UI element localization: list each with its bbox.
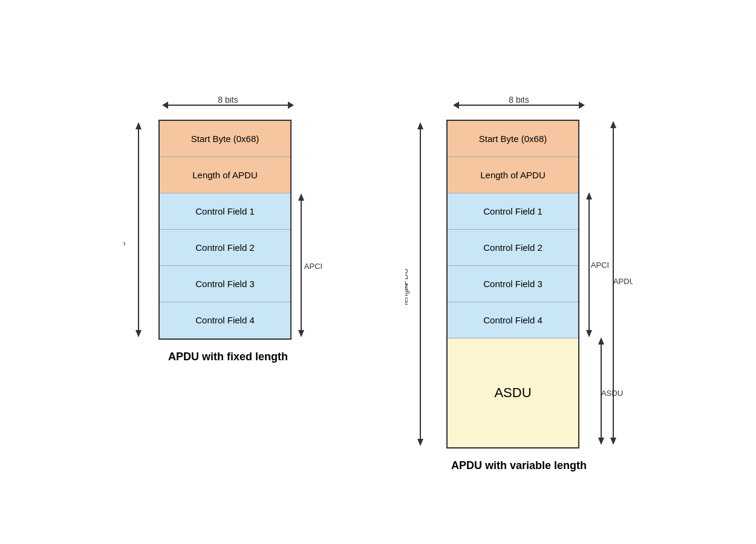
right-apdu-length-annot: APDU length: [405, 120, 442, 448]
left-apdu-length-annot: APDU length: [123, 120, 154, 340]
svg-text:APCI: APCI: [304, 262, 322, 271]
left-diagram: 8 bits APDU length Start Byte: [123, 97, 333, 363]
left-field-cf1: Control Field 1: [160, 193, 290, 230]
svg-text:8 bits: 8 bits: [509, 97, 529, 105]
left-fields-box: Start Byte (0x68) Length of APDU Control…: [158, 120, 292, 340]
svg-text:8 bits: 8 bits: [218, 97, 238, 105]
left-field-start-byte: Start Byte (0x68): [160, 121, 290, 157]
right-field-cf1: Control Field 1: [448, 193, 578, 230]
left-apci-annot: APCI: [296, 120, 333, 340]
left-field-cf4: Control Field 4: [160, 302, 290, 338]
svg-text:APCI: APCI: [591, 261, 609, 270]
svg-marker-32: [598, 438, 604, 445]
right-right-annots: APCI APDU ASDU: [584, 120, 633, 448]
svg-marker-2: [288, 102, 294, 109]
right-diagram: 8 bits APDU length Start Byte (0x68) Len…: [405, 97, 633, 472]
right-field-cf3: Control Field 3: [448, 266, 578, 302]
right-caption: APDU with variable length: [451, 459, 587, 472]
svg-text:length: length: [123, 235, 125, 256]
left-caption: APDU with fixed length: [168, 351, 288, 363]
svg-text:ASDU: ASDU: [601, 389, 623, 398]
right-field-cf2: Control Field 2: [448, 230, 578, 266]
svg-marker-15: [579, 102, 585, 109]
left-field-cf2: Control Field 2: [160, 230, 290, 266]
left-field-length-apdu: Length of APDU: [160, 157, 290, 193]
svg-text:length: length: [405, 283, 409, 305]
svg-marker-19: [417, 439, 423, 446]
svg-marker-11: [298, 330, 304, 337]
right-fields-box: Start Byte (0x68) Length of APDU Control…: [446, 120, 579, 448]
svg-marker-28: [610, 438, 616, 445]
right-field-length-apdu: Length of APDU: [448, 157, 578, 193]
right-field-asdu: ASDU: [448, 338, 578, 447]
right-fields-wrapper: APDU length Start Byte (0x68) Length of …: [405, 120, 633, 448]
svg-marker-6: [135, 330, 142, 337]
right-field-start-byte: Start Byte (0x68): [448, 121, 578, 157]
left-fields-wrapper: APDU length Start Byte (0x68) Length of …: [123, 120, 333, 340]
main-container: 8 bits APDU length Start Byte: [123, 73, 633, 472]
svg-marker-24: [586, 330, 592, 337]
svg-text:APDU: APDU: [613, 277, 633, 286]
right-bits-arrow: 8 bits: [449, 97, 588, 114]
left-field-cf3: Control Field 3: [160, 266, 290, 302]
right-field-cf4: Control Field 4: [448, 302, 578, 338]
left-bits-arrow: 8 bits: [158, 97, 298, 114]
